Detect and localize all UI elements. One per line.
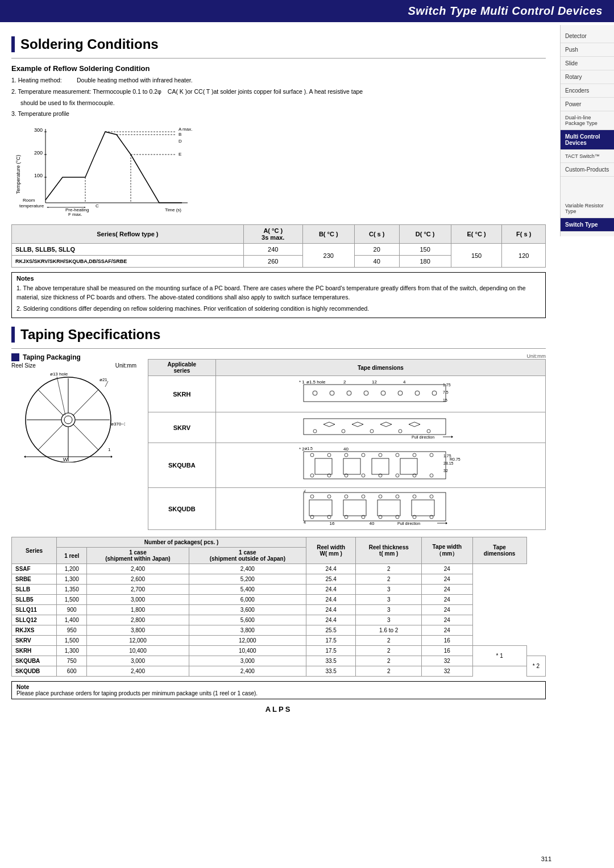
- svg-marker-78: [451, 436, 453, 438]
- svg-line-35: [73, 424, 98, 450]
- pkg-1reel: 1,300: [57, 574, 87, 585]
- page-number: 311: [541, 856, 551, 862]
- pkg-tape-width: 32: [422, 656, 472, 666]
- pkg-reel-width: 24.4: [306, 605, 356, 615]
- svg-point-85: [362, 453, 365, 457]
- pkg-1reel: 950: [57, 625, 87, 636]
- pkg-header-reel-thickness: Reel thicknesst( mm ): [356, 537, 422, 564]
- pkg-series: SRBE: [12, 574, 57, 585]
- svg-line-36: [73, 390, 98, 415]
- pkg-reel-width: 33.5: [306, 666, 356, 677]
- pkg-series: SLLQ12: [12, 615, 57, 625]
- reflow-header-series: Series( Reflow type ): [12, 225, 244, 244]
- pkg-table-row: SLLB5 1,500 3,000 6,000 24.4 3 24: [12, 595, 546, 605]
- pkg-case-out: 5,400: [189, 585, 306, 595]
- svg-text:1.75: 1.75: [443, 383, 451, 387]
- pkg-case-jp: 2,400: [87, 564, 189, 574]
- pkg-reel-width: 24.4: [306, 595, 356, 605]
- sidebar-item-switch-type[interactable]: Switch Type: [561, 218, 614, 232]
- svg-text:E: E: [179, 152, 181, 157]
- svg-text:2: 2: [304, 490, 306, 493]
- svg-text:Time (s): Time (s): [165, 207, 181, 212]
- svg-point-60: [398, 391, 403, 395]
- point1: 1. Heating method: Double heating method…: [11, 76, 546, 85]
- soldering-section: Soldering Conditions Example of Reflow S…: [11, 36, 546, 318]
- skrv-tape-diagram: Pull direction: [298, 414, 463, 440]
- pkg-1reel: 1,400: [57, 615, 87, 625]
- reel-diagram: W ø13 hole ø21 ø370~380 1: [11, 369, 125, 462]
- pkg-reel-thickness: 3: [356, 595, 422, 605]
- taping-right: Unit:mm Applicableseries Tape dimensions…: [148, 353, 546, 530]
- svg-text:4: 4: [403, 379, 406, 385]
- sidebar-item-tact[interactable]: TACT Switch™: [561, 150, 614, 163]
- svg-point-87: [396, 453, 399, 457]
- sidebar-item-push[interactable]: Push: [561, 43, 614, 57]
- reflow-header-b: B( °C ): [302, 225, 354, 244]
- svg-point-55: [313, 391, 317, 395]
- unit-label: Unit:mm: [148, 353, 546, 359]
- svg-text:200: 200: [34, 150, 43, 156]
- pkg-case-out: 2,400: [189, 666, 306, 677]
- tape-dimensions-table: Applicableseries Tape dimensions SKRH * …: [148, 359, 546, 530]
- pkg-reel-thickness: 3: [356, 605, 422, 615]
- pkg-table-row: SKRH 1,300 10,400 10,400 17.5 2 16 * 1: [12, 646, 546, 656]
- pkg-1reel: 1,200: [57, 564, 87, 574]
- point2: 2. Temperature measurement: Thermocouple…: [11, 87, 546, 97]
- sidebar-item-detector[interactable]: Detector: [561, 30, 614, 43]
- pkg-case-out: 5,600: [189, 615, 306, 625]
- temp-chart-container: 300 200 100 Temperature (°C) Room temper…: [11, 123, 546, 220]
- reflow-series-1: SLLB, SLLB5, SLLQ: [12, 244, 244, 256]
- sidebar: Detector Push Slide Rotary Encoders Powe…: [560, 25, 614, 236]
- pkg-case-out: 3,800: [189, 625, 306, 636]
- svg-text:40: 40: [370, 521, 375, 526]
- pkg-case-jp: 2,800: [87, 615, 189, 625]
- sidebar-item-dual-inline[interactable]: Dual-in-line Package Type: [561, 111, 614, 130]
- svg-rect-91: [343, 458, 360, 474]
- pkg-series: SKQUDB: [12, 666, 57, 677]
- svg-point-62: [432, 391, 437, 395]
- pkg-header-1case-jp: 1 case(shipment within Japan): [87, 548, 189, 564]
- sidebar-item-encoders[interactable]: Encoders: [561, 84, 614, 98]
- pkg-reel-thickness: 2: [356, 564, 422, 574]
- pkg-case-jp: 2,600: [87, 574, 189, 585]
- svg-point-72: [342, 429, 345, 433]
- point2-cont: should be used to fix thermocouple.: [20, 99, 546, 108]
- sidebar-item-power[interactable]: Power: [561, 98, 614, 111]
- pkg-series: SKQUBA: [12, 656, 57, 666]
- svg-point-74: [399, 429, 402, 433]
- svg-marker-68: [352, 422, 363, 427]
- svg-rect-92: [372, 458, 389, 474]
- pkg-case-out: 3,600: [189, 605, 306, 615]
- svg-text:1: 1: [108, 447, 111, 452]
- sidebar-item-multi-control[interactable]: Multi Control Devices: [561, 130, 614, 150]
- reel-unit: Unit:mm: [115, 362, 136, 369]
- pkg-reel-thickness: 2: [356, 574, 422, 585]
- pkg-reel-thickness: 2: [356, 656, 422, 666]
- pkg-tape-width: 24: [422, 595, 472, 605]
- pkg-series: SKRV: [12, 636, 57, 646]
- tape-packaging-title: Taping Packaging: [11, 353, 136, 361]
- reflow-table: Series( Reflow type ) A( °C )3s max. B( …: [11, 224, 546, 268]
- pkg-case-jp: 2,400: [87, 666, 189, 677]
- pkg-header-1case-out: 1 case(shipment outside of Japan): [189, 548, 306, 564]
- pkg-table-row: RKJXS 950 3,800 3,800 25.5 1.6 to 2 24: [12, 625, 546, 636]
- pkg-reel-width: 33.5: [306, 656, 356, 666]
- pkg-1reel: 900: [57, 605, 87, 615]
- pkg-table-row: SKQUBA 750 3,000 3,000 33.5 2 32 * 2: [12, 656, 546, 666]
- sidebar-item-variable-resistor[interactable]: Variable Resistor Type: [561, 199, 614, 218]
- pkg-reel-thickness: 3: [356, 585, 422, 595]
- svg-rect-66: [304, 419, 446, 435]
- sidebar-item-custom[interactable]: Custom-Products: [561, 163, 614, 177]
- pkg-table-row: SLLB 1,350 2,700 5,400 24.4 3 24: [12, 585, 546, 595]
- sidebar-item-rotary[interactable]: Rotary: [561, 70, 614, 84]
- pkg-tape-width: 24: [422, 605, 472, 615]
- pkg-1reel: 600: [57, 666, 87, 677]
- svg-text:W: W: [63, 457, 68, 462]
- pkg-reel-width: 24.4: [306, 615, 356, 625]
- pkg-table-row: SRBE 1,300 2,600 5,200 25.4 2 24: [12, 574, 546, 585]
- taping-title: Taping Specifications: [11, 327, 546, 343]
- pkg-case-jp: 3,000: [87, 656, 189, 666]
- sidebar-item-slide[interactable]: Slide: [561, 57, 614, 70]
- reflow-header-e: E( °C ): [451, 225, 502, 244]
- svg-rect-54: [304, 385, 446, 402]
